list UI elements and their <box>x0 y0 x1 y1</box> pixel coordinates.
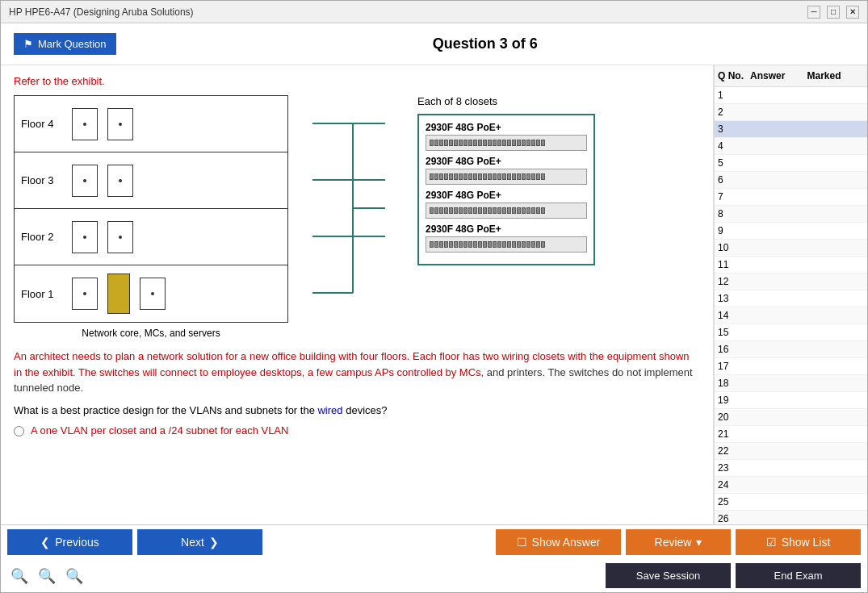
row-num: 13 <box>718 293 750 304</box>
row-num: 24 <box>718 479 750 491</box>
sidebar-row-20[interactable]: 20 <box>715 409 867 426</box>
row-answer <box>750 225 807 236</box>
sidebar-row-25[interactable]: 25 <box>715 494 867 511</box>
row-marked <box>807 191 865 203</box>
row-num: 20 <box>718 411 750 423</box>
row-num: 14 <box>718 310 750 321</box>
switch-stack: 2930F 48G PoE+ <box>417 114 595 265</box>
next-label: Next <box>181 536 204 549</box>
switch-body-1 <box>426 135 587 151</box>
network-label: Network core, MCs, and servers <box>82 328 220 339</box>
closet-box <box>107 108 133 140</box>
switch-body-4 <box>426 236 587 253</box>
row-num: 17 <box>718 361 750 372</box>
question-body: An architect needs to plan a network sol… <box>14 349 700 396</box>
closet-box <box>140 278 166 310</box>
row-answer <box>750 208 807 219</box>
row-answer <box>750 513 807 524</box>
refer-text: Refer to the exhibit. <box>14 75 700 87</box>
sidebar-row-21[interactable]: 21 <box>715 426 867 443</box>
sidebar-row-6[interactable]: 6 <box>715 172 867 189</box>
row-num: 6 <box>718 174 750 186</box>
zoom-out-button[interactable]: 🔍 <box>7 564 31 588</box>
answer-text-a: A one VLAN per closet and a /24 subnet f… <box>31 424 288 436</box>
review-button[interactable]: Review ▾ <box>626 529 731 555</box>
row-num: 3 <box>718 123 750 135</box>
sidebar-row-17[interactable]: 17 <box>715 358 867 375</box>
row-marked <box>807 310 865 321</box>
answer-radio-a[interactable] <box>14 426 24 436</box>
sidebar-row-4[interactable]: 4 <box>715 138 867 155</box>
sidebar-row-24[interactable]: 24 <box>715 477 867 494</box>
floor-4-items <box>72 108 133 140</box>
row-marked <box>807 208 865 219</box>
sidebar-row-15[interactable]: 15 <box>715 324 867 341</box>
row-marked <box>807 496 865 507</box>
sidebar-row-13[interactable]: 13 <box>715 290 867 307</box>
prev-arrow-icon: ❮ <box>40 536 50 549</box>
bookmark-icon: ⚑ <box>23 38 33 50</box>
sidebar-row-19[interactable]: 19 <box>715 392 867 409</box>
row-answer <box>750 106 807 118</box>
sidebar-row-14[interactable]: 14 <box>715 307 867 324</box>
row-num: 4 <box>718 140 750 152</box>
row-num: 10 <box>718 242 750 253</box>
floor-4-label: Floor 4 <box>21 118 65 130</box>
next-button[interactable]: Next ❯ <box>137 529 262 555</box>
sidebar-row-9[interactable]: 9 <box>715 223 867 240</box>
switch-body-3 <box>426 203 587 219</box>
floor-2-items <box>72 221 133 253</box>
sidebar-row-26[interactable]: 26 <box>715 511 867 524</box>
zoom-controls: 🔍 🔍 🔍 <box>7 564 86 588</box>
row-marked <box>807 344 865 355</box>
show-answer-button[interactable]: ☐ Show Answer <box>496 529 621 555</box>
save-session-label: Save Session <box>636 570 701 582</box>
show-list-button[interactable]: ☑ Show List <box>736 529 861 555</box>
maximize-button[interactable]: □ <box>827 6 840 19</box>
row-num: 21 <box>718 428 750 440</box>
sidebar-row-3[interactable]: 3 <box>715 121 867 138</box>
question-title: Question 3 of 6 <box>116 35 854 52</box>
row-marked <box>807 513 865 524</box>
sidebar-row-18[interactable]: 18 <box>715 375 867 392</box>
mark-question-button[interactable]: ⚑ Mark Question <box>14 33 116 55</box>
window-controls: ─ □ ✕ <box>807 6 859 19</box>
end-exam-button[interactable]: End Exam <box>736 563 861 588</box>
sidebar-row-1[interactable]: 1 <box>715 87 867 104</box>
row-answer <box>750 157 807 169</box>
sidebar-col-marked: Marked <box>807 70 865 81</box>
sidebar-row-12[interactable]: 12 <box>715 274 867 290</box>
close-button[interactable]: ✕ <box>846 6 859 19</box>
sidebar-col-qno: Q No. <box>718 70 750 81</box>
sidebar-row-11[interactable]: 11 <box>715 257 867 274</box>
row-answer <box>750 242 807 253</box>
switch-item-2: 2930F 48G PoE+ <box>426 156 587 185</box>
sidebar-row-10[interactable]: 10 <box>715 240 867 257</box>
titlebar: HP HPE6-A47 (Designing Aruba Solutions) … <box>1 1 867 23</box>
sidebar-row-7[interactable]: 7 <box>715 189 867 206</box>
sidebar-row-22[interactable]: 22 <box>715 443 867 460</box>
switch-item-1: 2930F 48G PoE+ <box>426 122 587 151</box>
row-answer <box>750 123 807 135</box>
row-num: 16 <box>718 344 750 355</box>
sidebar-row-23[interactable]: 23 <box>715 460 867 477</box>
previous-button[interactable]: ❮ Previous <box>7 529 132 555</box>
row-num: 11 <box>718 259 750 270</box>
closet-dot <box>83 179 86 182</box>
closet-box <box>72 165 98 197</box>
zoom-normal-button[interactable]: 🔍 <box>35 564 59 588</box>
previous-label: Previous <box>55 536 99 549</box>
row-answer <box>750 191 807 203</box>
row-num: 26 <box>718 513 750 524</box>
sidebar-row-8[interactable]: 8 <box>715 206 867 223</box>
save-session-button[interactable]: Save Session <box>606 563 731 588</box>
sidebar-row-16[interactable]: 16 <box>715 341 867 358</box>
minimize-button[interactable]: ─ <box>807 6 820 19</box>
sidebar-row-5[interactable]: 5 <box>715 155 867 172</box>
switch-item-3: 2930F 48G PoE+ <box>426 190 587 219</box>
zoom-in-button[interactable]: 🔍 <box>62 564 86 588</box>
show-list-check-icon: ☑ <box>766 536 777 549</box>
sidebar-row-2[interactable]: 2 <box>715 104 867 121</box>
closet-box <box>72 278 98 310</box>
switch-ports-3 <box>430 207 545 214</box>
